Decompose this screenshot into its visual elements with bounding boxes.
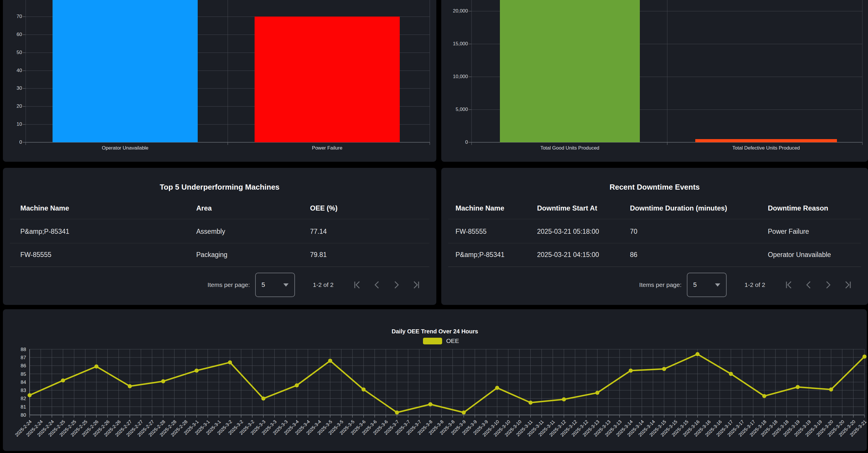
data-point-2025-3-12[interactable] [562,397,566,401]
chevron-down-icon [283,283,288,286]
bar-total-defective-units-produced[interactable] [695,139,837,142]
table-cell: 79.81 [310,246,327,263]
y-tick-label: 10,000 [441,74,468,79]
first-page-icon [784,280,794,290]
next-page-button[interactable] [823,280,833,290]
gridline-vertical [862,0,863,142]
y-tick-label: 40 [3,68,22,73]
gridline-vertical [667,0,668,142]
data-point-2025-3-1[interactable] [194,368,198,372]
y-tick-label: 82 [21,396,26,401]
data-point-2025-3-19[interactable] [796,385,800,389]
first-page-button[interactable] [784,280,794,290]
gridline-vertical [471,0,472,142]
y-tick-label: 70 [3,14,22,19]
gridline-vertical [430,0,430,142]
chevron-left-icon [372,280,382,290]
bar-power-failure[interactable] [255,17,400,142]
daily-oee-trend-card: Daily OEE Trend Over 24 Hours OEE 808182… [3,309,867,451]
y-tick-label: 85 [21,371,26,377]
bar-operator-unavailable[interactable] [53,0,198,142]
y-tick-label: 20 [3,104,22,109]
y-tick-label: 20,000 [441,8,468,13]
y-tick-label: 60 [3,32,22,37]
data-point-2025-3-11[interactable] [529,401,533,405]
table-cell: FW-85555 [456,223,487,240]
dashboard: 010203040506070Operator UnavailablePower… [0,0,868,453]
column-header-downtime-start-at: Downtime Start At [537,200,597,217]
data-point-2025-3-7[interactable] [395,411,399,415]
data-point-2025-3-16[interactable] [695,352,700,356]
oee-trend-line-chart: 8081828384858687882025-2-242025-2-242025… [3,309,867,451]
axis-tick [469,77,471,77]
first-page-icon [352,280,362,290]
data-point-2025-3-17[interactable] [729,372,733,376]
table-cell: 2025-03-21 04:15:00 [537,246,599,263]
first-page-button[interactable] [352,280,362,290]
data-point-2025-3-13[interactable] [595,391,599,395]
axis-tick [469,44,471,44]
table-cell: 77.14 [310,223,327,240]
column-header-area: Area [196,200,212,217]
data-point-2025-3-10[interactable] [495,386,499,390]
table-cell: 70 [630,223,638,240]
y-tick-label: 30 [3,86,22,91]
items-per-page-label: Items per page: [208,281,250,289]
data-point-2025-2-28[interactable] [161,379,165,383]
bar-total-good-units-produced[interactable] [500,0,640,142]
recent-downtime-events-card: Recent Downtime Events Machine NameDownt… [441,168,868,305]
table-cell: Assembly [196,223,225,240]
y-tick-label: 88 [21,347,26,352]
axis-tick [23,70,26,71]
chevron-left-icon [804,280,813,290]
table-cell: Operator Unavailable [768,246,831,263]
data-point-2025-3-9[interactable] [462,411,466,415]
data-point-2025-2-25[interactable] [61,379,65,383]
data-point-2025-3-18[interactable] [762,394,766,398]
chevron-right-icon [392,280,402,290]
axis-tick [469,110,471,110]
data-point-2025-3-2[interactable] [228,360,232,364]
axis-tick [23,88,26,89]
data-point-2025-3-21[interactable] [863,355,867,359]
page-range-label: 1-2 of 2 [745,281,765,289]
axis-tick [26,142,26,145]
pagination-buttons [774,280,853,290]
data-point-2025-3-3[interactable] [261,396,265,400]
y-tick-label: 84 [21,380,26,385]
chevron-right-icon [823,280,833,290]
last-page-icon [843,280,853,290]
oee-trend-line [30,354,865,413]
last-page-button[interactable] [843,280,853,290]
items-per-page-select[interactable]: 5 [687,273,726,297]
pagination-buttons [342,280,421,290]
data-point-2025-3-8[interactable] [428,402,432,406]
table-cell: 2025-03-21 05:18:00 [537,223,599,240]
y-tick-label: 15,000 [441,41,468,46]
axis-tick [23,53,26,53]
data-point-2025-2-27[interactable] [128,384,132,388]
data-point-2025-3-20[interactable] [829,387,833,391]
previous-page-button[interactable] [372,280,382,290]
data-point-2025-2-26[interactable] [94,364,98,368]
y-tick-label: 87 [21,355,26,360]
downtime-by-reason-chart-card: 010203040506070Operator UnavailablePower… [3,0,436,162]
gridline-vertical [26,0,26,142]
axis-tick [430,142,430,145]
column-header-oee: OEE (%) [310,200,338,217]
data-point-2025-3-5[interactable] [328,359,332,363]
data-point-2025-2-24[interactable] [28,393,32,397]
items-per-page-select[interactable]: 5 [255,273,295,297]
last-page-button[interactable] [411,280,421,290]
previous-page-button[interactable] [804,280,813,290]
data-point-2025-3-15[interactable] [662,367,666,371]
paginator: Items per page: 5 1-2 of 2 [208,272,421,297]
data-point-2025-3-6[interactable] [362,387,366,391]
y-tick-label: 0 [441,140,468,145]
data-point-2025-3-4[interactable] [294,383,299,387]
next-page-button[interactable] [392,280,402,290]
data-point-2025-3-14[interactable] [629,368,633,372]
column-header-downtime-reason: Downtime Reason [768,200,828,217]
table-cell: P&amp;P-85341 [456,246,504,263]
underperforming-machines-card: Top 5 Underperforming Machines Machine N… [3,168,436,305]
